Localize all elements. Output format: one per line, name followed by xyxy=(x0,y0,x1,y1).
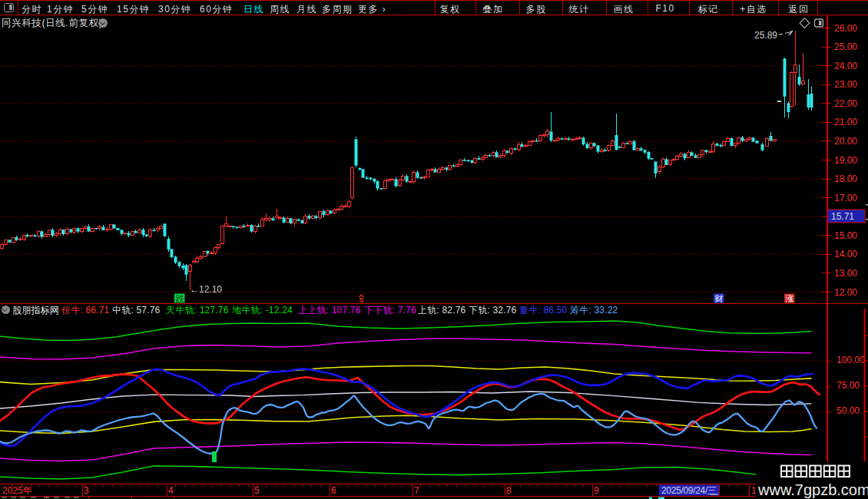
svg-text:75.00: 75.00 xyxy=(837,380,860,391)
svg-text:18.00: 18.00 xyxy=(834,173,857,184)
svg-text:50.00: 50.00 xyxy=(837,405,860,416)
svg-text:22.00: 22.00 xyxy=(834,98,857,109)
svg-text:21.00: 21.00 xyxy=(834,117,857,127)
svg-text:←12.10: ←12.10 xyxy=(190,284,222,295)
svg-text:www.7gpzb.com: www.7gpzb.com xyxy=(757,481,868,498)
svg-text:2025年: 2025年 xyxy=(2,485,32,496)
svg-text:100.00: 100.00 xyxy=(837,355,865,365)
svg-text:25.00: 25.00 xyxy=(834,41,857,52)
svg-text:25.89: 25.89 xyxy=(754,30,777,41)
svg-text:8: 8 xyxy=(506,485,512,496)
svg-text:17.00: 17.00 xyxy=(834,193,857,203)
svg-text:1: 1 xyxy=(751,485,757,496)
svg-text:12.00: 12.00 xyxy=(834,287,857,298)
svg-text:13.00: 13.00 xyxy=(834,268,857,279)
svg-text:15.00: 15.00 xyxy=(834,230,857,241)
svg-text:跌: 跌 xyxy=(176,294,185,303)
svg-text:19.00: 19.00 xyxy=(834,155,857,166)
svg-text:7: 7 xyxy=(414,485,419,496)
svg-text:24.00: 24.00 xyxy=(834,61,857,71)
svg-text:财: 财 xyxy=(715,294,724,303)
svg-text:26.00: 26.00 xyxy=(834,23,857,34)
svg-text:23.00: 23.00 xyxy=(834,79,857,90)
svg-text:2025/09/24/三: 2025/09/24/三 xyxy=(661,485,717,496)
svg-text:S: S xyxy=(359,296,364,304)
svg-text:15.71: 15.71 xyxy=(831,211,854,222)
svg-text:4: 4 xyxy=(168,485,174,496)
svg-text:3: 3 xyxy=(84,485,89,496)
svg-text:20.00: 20.00 xyxy=(834,136,857,147)
svg-text:6: 6 xyxy=(331,485,336,496)
svg-text:14.00: 14.00 xyxy=(834,249,857,259)
svg-text:涨: 涨 xyxy=(786,294,794,303)
svg-text:5: 5 xyxy=(254,485,260,496)
svg-text:9: 9 xyxy=(594,485,599,496)
